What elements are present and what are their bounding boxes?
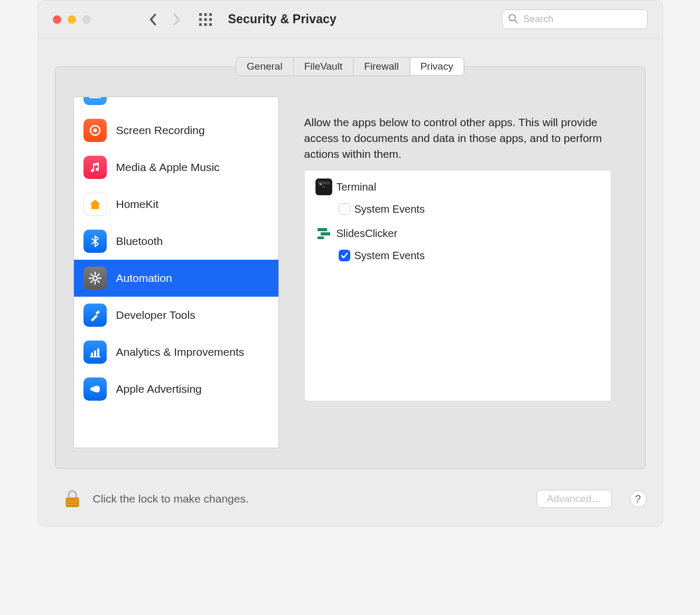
svg-rect-23 bbox=[91, 353, 93, 356]
sidebar-item-screen-recording[interactable]: Screen Recording bbox=[74, 112, 278, 149]
target-name-label: System Events bbox=[354, 203, 425, 215]
app-name-label: SlidesClicker bbox=[337, 228, 398, 240]
folder-icon bbox=[83, 97, 107, 105]
svg-rect-6 bbox=[199, 23, 202, 26]
svg-rect-5 bbox=[209, 18, 212, 21]
checkbox[interactable] bbox=[339, 250, 350, 261]
target-icon bbox=[83, 119, 107, 142]
svg-rect-37 bbox=[66, 505, 79, 506]
svg-line-20 bbox=[98, 274, 99, 276]
checkbox[interactable] bbox=[339, 203, 350, 215]
toolbar: Security & Privacy bbox=[38, 1, 662, 39]
svg-line-10 bbox=[515, 20, 517, 23]
help-button[interactable]: ? bbox=[630, 490, 647, 507]
app-row-terminal: >_ Terminal bbox=[315, 176, 600, 198]
window-title: Security & Privacy bbox=[228, 12, 337, 26]
privacy-category-list[interactable]: Files and Folders Screen Recording Media… bbox=[73, 97, 279, 448]
svg-rect-30 bbox=[318, 228, 327, 231]
automation-detail: Allow the apps below to control other ap… bbox=[286, 97, 627, 448]
content-panel: Files and Folders Screen Recording Media… bbox=[55, 67, 646, 469]
target-row-terminal-system-events[interactable]: System Events bbox=[315, 198, 600, 220]
advanced-button[interactable]: Advanced… bbox=[537, 490, 612, 508]
nav-buttons bbox=[149, 13, 181, 26]
sidebar-item-label: Apple Advertising bbox=[116, 383, 202, 395]
lock-hint-label: Click the lock to make changes. bbox=[93, 493, 249, 505]
sidebar-item-label: HomeKit bbox=[116, 198, 159, 211]
svg-rect-34 bbox=[66, 499, 79, 500]
svg-rect-1 bbox=[204, 13, 207, 16]
tab-filevault[interactable]: FileVault bbox=[294, 58, 354, 75]
sidebar-item-analytics[interactable]: Analytics & Improvements bbox=[74, 334, 278, 371]
target-row-slidesclicker-system-events[interactable]: System Events bbox=[315, 244, 600, 267]
sidebar-item-developer-tools[interactable]: Developer Tools bbox=[74, 297, 278, 334]
sidebar-item-automation[interactable]: Automation bbox=[74, 260, 278, 297]
svg-rect-8 bbox=[209, 23, 212, 26]
music-icon bbox=[83, 156, 107, 179]
search-input[interactable] bbox=[522, 13, 647, 25]
svg-rect-36 bbox=[66, 503, 79, 504]
bar-chart-icon bbox=[83, 340, 107, 364]
sidebar-item-files-and-folders[interactable]: Files and Folders bbox=[74, 97, 278, 112]
svg-rect-24 bbox=[94, 351, 96, 356]
slidesclicker-icon bbox=[315, 225, 332, 242]
automation-description: Allow the apps below to control other ap… bbox=[286, 97, 627, 170]
automation-app-list[interactable]: >_ Terminal System Events bbox=[304, 170, 611, 401]
search-icon bbox=[508, 13, 518, 26]
svg-text:>_: >_ bbox=[319, 182, 325, 187]
sidebar-item-label: Analytics & Improvements bbox=[116, 346, 245, 358]
svg-rect-2 bbox=[209, 13, 212, 16]
sidebar-item-label: Screen Recording bbox=[116, 124, 205, 137]
sidebar-item-label: Media & Apple Music bbox=[116, 161, 220, 174]
svg-line-18 bbox=[91, 274, 92, 276]
app-row-slidesclicker: SlidesClicker bbox=[315, 222, 600, 244]
sidebar-item-label: Developer Tools bbox=[116, 309, 195, 321]
zoom-window-button bbox=[82, 15, 91, 24]
sidebar-item-bluetooth[interactable]: Bluetooth bbox=[74, 223, 278, 260]
footer: Click the lock to make changes. Advanced… bbox=[38, 478, 662, 526]
search-field[interactable] bbox=[502, 10, 648, 29]
forward-button bbox=[173, 13, 181, 26]
tab-bar: General FileVault Firewall Privacy bbox=[236, 57, 464, 76]
svg-point-13 bbox=[93, 276, 97, 280]
svg-rect-3 bbox=[199, 18, 202, 21]
svg-line-19 bbox=[98, 281, 99, 282]
tab-general[interactable]: General bbox=[236, 58, 294, 75]
back-button[interactable] bbox=[149, 13, 156, 26]
svg-rect-4 bbox=[204, 18, 207, 21]
svg-rect-7 bbox=[204, 23, 207, 26]
sidebar-item-media-apple-music[interactable]: Media & Apple Music bbox=[74, 149, 278, 186]
svg-line-21 bbox=[91, 281, 92, 282]
bluetooth-icon bbox=[83, 230, 107, 253]
home-icon bbox=[83, 193, 107, 216]
sidebar-item-apple-advertising[interactable]: Apple Advertising bbox=[74, 371, 278, 408]
terminal-icon: >_ bbox=[315, 178, 332, 195]
close-window-button[interactable] bbox=[53, 15, 61, 24]
tab-firewall[interactable]: Firewall bbox=[353, 58, 409, 75]
traffic-lights bbox=[53, 15, 91, 24]
target-name-label: System Events bbox=[354, 250, 425, 262]
preferences-window: Security & Privacy General FileVault Fir… bbox=[38, 0, 663, 526]
svg-rect-0 bbox=[199, 13, 202, 16]
svg-rect-31 bbox=[321, 232, 330, 235]
sidebar-item-label: Automation bbox=[116, 272, 172, 285]
tab-privacy[interactable]: Privacy bbox=[410, 58, 464, 75]
hammer-icon bbox=[83, 304, 107, 327]
sidebar-item-label: Bluetooth bbox=[116, 235, 163, 248]
app-name-label: Terminal bbox=[337, 181, 377, 193]
megaphone-icon bbox=[83, 377, 107, 401]
sidebar-item-label: Files and Folders bbox=[116, 97, 201, 100]
gear-icon bbox=[83, 267, 107, 290]
lock-button[interactable] bbox=[61, 488, 83, 510]
svg-point-12 bbox=[93, 129, 97, 133]
minimize-window-button[interactable] bbox=[68, 15, 76, 24]
svg-rect-25 bbox=[97, 348, 99, 356]
svg-rect-35 bbox=[66, 501, 79, 502]
sidebar-item-homekit[interactable]: HomeKit bbox=[74, 186, 278, 223]
show-all-button[interactable] bbox=[199, 13, 212, 26]
svg-rect-32 bbox=[318, 236, 324, 239]
